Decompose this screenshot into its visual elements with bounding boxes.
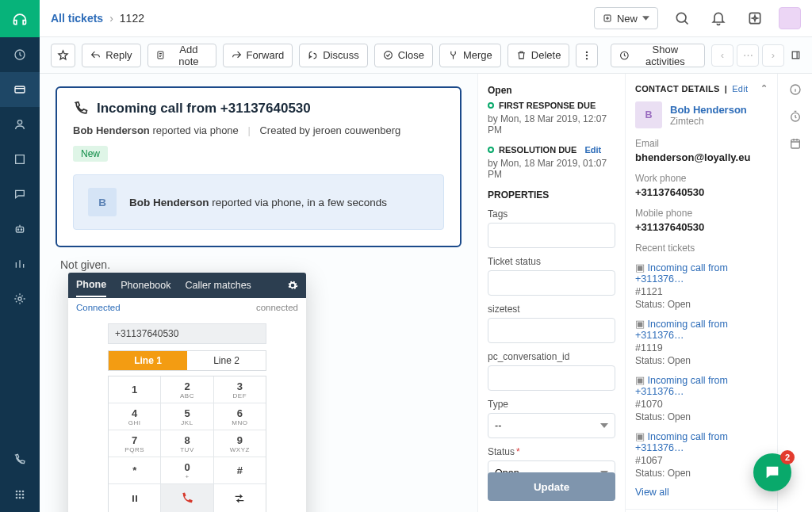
recent-ticket-item[interactable]: ▣ Incoming call from +311376…#1121Status… xyxy=(635,262,768,310)
pager-mid[interactable]: ⋯ xyxy=(737,44,759,67)
merge-button[interactable]: Merge xyxy=(439,44,501,67)
keypad-1[interactable]: 1 xyxy=(109,376,161,403)
sparkle-icon[interactable] xyxy=(742,6,768,31)
keypad-2[interactable]: 2ABC xyxy=(161,376,213,403)
email-value: bhenderson@loyally.eu xyxy=(635,151,768,163)
nav-bot-icon[interactable] xyxy=(0,212,40,246)
chat-fab[interactable]: 2 xyxy=(753,453,791,491)
new-button[interactable]: New xyxy=(594,7,658,29)
user-avatar[interactable] xyxy=(779,7,801,29)
phone-tab-phone[interactable]: Phone xyxy=(76,273,106,297)
keypad-8[interactable]: 8TUV xyxy=(161,430,213,457)
nav-chat-icon[interactable] xyxy=(0,177,40,212)
star-button[interactable] xyxy=(51,44,75,67)
type-select[interactable]: -- xyxy=(488,413,615,438)
topbar: All tickets › 1122 New xyxy=(40,0,812,37)
breadcrumb-root[interactable]: All tickets xyxy=(51,12,103,25)
svg-point-23 xyxy=(586,57,588,59)
chevron-up-icon[interactable]: ⌃ xyxy=(760,83,768,94)
phone-status-right: connected xyxy=(256,303,298,312)
properties-heading: PROPERTIES xyxy=(488,189,615,201)
forward-button[interactable]: Forward xyxy=(223,44,293,67)
timer-icon[interactable] xyxy=(789,110,802,123)
pcconv-input[interactable] xyxy=(488,365,615,391)
keypad-5[interactable]: 5JKL xyxy=(161,403,213,430)
workphone-label: Work phone xyxy=(635,173,768,184)
svg-point-21 xyxy=(586,51,588,52)
nav-phone-icon[interactable] xyxy=(0,442,40,477)
avatar: B xyxy=(88,188,117,216)
keypad-*[interactable]: * xyxy=(109,457,161,484)
more-button[interactable] xyxy=(576,44,598,67)
phone-tab-phonebook[interactable]: Phonebook xyxy=(121,274,170,296)
keypad-9[interactable]: 9WXYZ xyxy=(214,430,266,457)
nav-solutions-icon[interactable] xyxy=(0,142,40,177)
recent-ticket-item[interactable]: ▣ Incoming call from +311376…#1119Status… xyxy=(635,318,768,366)
reply-button[interactable]: Reply xyxy=(82,44,140,67)
nav-dashboard-icon[interactable] xyxy=(0,37,40,72)
show-activities-button[interactable]: Show activities xyxy=(611,44,705,67)
gear-icon[interactable] xyxy=(287,280,298,291)
add-note-button[interactable]: Add note xyxy=(147,44,216,67)
phone-line2[interactable]: Line 2 xyxy=(187,351,266,370)
svg-point-17 xyxy=(676,13,686,22)
bell-icon[interactable] xyxy=(706,6,731,31)
keypad-3[interactable]: 3DEF xyxy=(214,376,266,403)
state-heading: Open xyxy=(488,85,615,96)
phone-icon xyxy=(73,101,89,117)
info-rail xyxy=(777,74,812,512)
phone-keypad: 12ABC3DEF4GHI5JKL6MNO7PQRS8TUV9WXYZ*0+# xyxy=(108,376,266,512)
nav-tickets-icon[interactable] xyxy=(0,72,40,107)
pager-next[interactable]: › xyxy=(762,44,784,67)
ticketstatus-input[interactable] xyxy=(488,270,615,296)
first-response-label: FIRST RESPONSE DUE xyxy=(488,101,615,110)
expand-button[interactable] xyxy=(791,50,801,60)
contact-company: Zimtech xyxy=(670,116,747,127)
svg-point-10 xyxy=(16,494,18,496)
nav-reports-icon[interactable] xyxy=(0,246,40,281)
contact-name[interactable]: Bob Henderson xyxy=(670,104,747,116)
phone-tab-matches[interactable]: Caller matches xyxy=(185,274,251,296)
phone-number-display[interactable]: +31137640530 xyxy=(108,323,266,344)
type-label: Type xyxy=(488,399,615,410)
calendar-icon[interactable] xyxy=(789,137,802,150)
keypad-7[interactable]: 7PQRS xyxy=(109,430,161,457)
phone-hangup-button[interactable] xyxy=(161,484,213,512)
phone-status-left: Connected xyxy=(76,303,121,312)
keypad-4[interactable]: 4GHI xyxy=(109,403,161,430)
brand-logo[interactable] xyxy=(0,0,40,37)
view-all-link[interactable]: View all xyxy=(635,487,768,498)
close-button[interactable]: Close xyxy=(374,44,433,67)
search-icon[interactable] xyxy=(669,6,695,31)
resolution-value: by Mon, 18 Mar 2019, 01:07 PM xyxy=(488,158,615,180)
recent-ticket-item[interactable]: ▣ Incoming call from +311376…#1067Status… xyxy=(635,430,768,479)
phone-line1[interactable]: Line 1 xyxy=(109,351,187,370)
phone-transfer-button[interactable] xyxy=(214,484,266,512)
phone-hold-button[interactable] xyxy=(109,484,161,512)
keypad-0[interactable]: 0+ xyxy=(161,457,213,484)
status-badge: New xyxy=(73,146,108,162)
delete-button[interactable]: Delete xyxy=(508,44,570,67)
breadcrumb: All tickets › 1122 xyxy=(51,12,144,25)
resolution-edit[interactable]: Edit xyxy=(584,145,601,155)
update-button[interactable]: Update xyxy=(488,472,615,501)
keypad-6[interactable]: 6MNO xyxy=(214,403,266,430)
info-icon[interactable] xyxy=(789,83,802,96)
sizetest-label: sizetest xyxy=(488,304,615,315)
keypad-#[interactable]: # xyxy=(214,457,266,484)
sizetest-input[interactable] xyxy=(488,318,615,343)
tags-input[interactable] xyxy=(488,223,615,248)
pager-prev[interactable]: ‹ xyxy=(711,44,733,67)
timelogs-heading[interactable]: TIME LOGS xyxy=(626,509,777,512)
nav-contacts-icon[interactable] xyxy=(0,107,40,142)
contact-panel: CONTACT DETAILS | Edit ⌃ B Bob Henderson… xyxy=(625,74,777,512)
nav-settings-icon[interactable] xyxy=(0,281,40,316)
recent-ticket-item[interactable]: ▣ Incoming call from +311376…#1070Status… xyxy=(635,374,768,422)
nav-apps-icon[interactable] xyxy=(0,477,40,512)
contact-edit[interactable]: Edit xyxy=(732,84,748,94)
workphone-value: +31137640530 xyxy=(635,186,768,198)
svg-point-9 xyxy=(22,491,25,493)
discuss-button[interactable]: Discuss xyxy=(299,44,368,67)
pager: ‹ ⋯ › xyxy=(711,44,784,67)
pcconv-label: pc_conversation_id xyxy=(488,351,615,362)
